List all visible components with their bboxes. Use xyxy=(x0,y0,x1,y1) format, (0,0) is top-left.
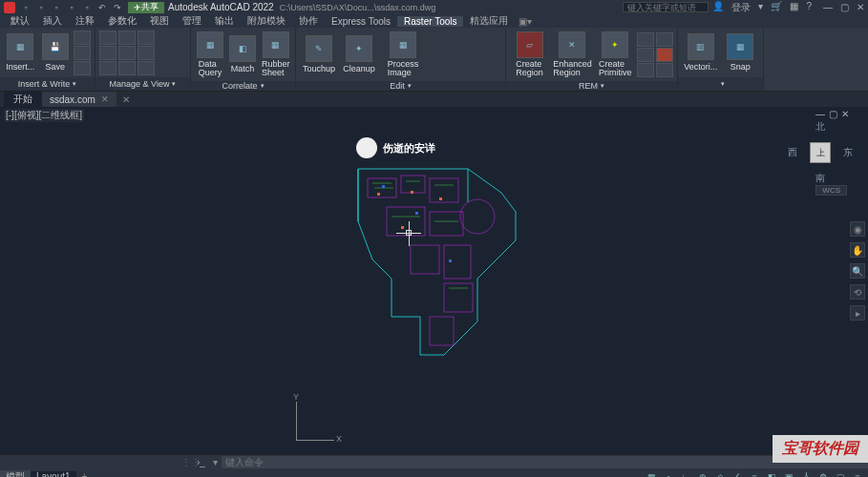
share-button[interactable]: ✈ 共享 xyxy=(128,2,164,13)
save-icon[interactable]: ▫ xyxy=(50,2,63,13)
tab-close-icon[interactable]: ✕ xyxy=(101,94,109,104)
ortho-toggle-icon[interactable]: ∟ xyxy=(679,471,692,478)
open-icon[interactable]: ▫ xyxy=(34,2,48,13)
wcs-label[interactable]: WCS xyxy=(815,185,847,196)
process-image-button[interactable]: ▦Process Image xyxy=(380,30,426,79)
user-icon[interactable]: 👤 xyxy=(712,1,724,14)
redo-icon[interactable]: ↷ xyxy=(111,2,124,13)
app-switcher-icon[interactable]: ▦ xyxy=(790,1,798,14)
tab-manage[interactable]: 管理 xyxy=(176,14,208,28)
small-btn-11[interactable] xyxy=(138,46,155,60)
snap-button[interactable]: ▦Snap xyxy=(722,31,760,73)
otrack-toggle-icon[interactable]: ∠ xyxy=(730,471,744,478)
viewport-max-icon[interactable]: ▢ xyxy=(829,109,837,119)
polar-toggle-icon[interactable]: ⊕ xyxy=(696,471,709,478)
new-icon[interactable]: ▫ xyxy=(19,2,32,13)
undo-icon[interactable]: ↶ xyxy=(95,2,109,13)
small-btn-4[interactable] xyxy=(99,31,116,45)
create-primitive-button[interactable]: ✦Create Primitive xyxy=(596,30,635,79)
snap-toggle-icon[interactable]: ▫ xyxy=(662,471,675,478)
tab-raster[interactable]: Raster Tools xyxy=(397,16,463,27)
viewport-close-icon[interactable]: ✕ xyxy=(841,109,849,119)
document-tab[interactable]: ssdax.com✕ xyxy=(42,92,116,107)
viewcube-west[interactable]: 西 xyxy=(788,146,797,159)
small-btn-7[interactable] xyxy=(118,31,136,45)
drawing-area[interactable]: [-][俯视][二维线框] — ▢ ✕ 伤逝的安详 xyxy=(0,107,868,454)
clean-screen-icon[interactable]: ▢ xyxy=(834,471,847,478)
minimize-icon[interactable]: — xyxy=(823,2,833,12)
small-rem-1[interactable] xyxy=(637,32,654,47)
nav-orbit-icon[interactable]: ⟲ xyxy=(850,284,865,300)
small-rem-6[interactable] xyxy=(656,63,673,77)
add-layout-icon[interactable]: + xyxy=(76,471,94,477)
model-tab[interactable]: 模型 xyxy=(0,470,31,478)
start-tab[interactable]: 开始 xyxy=(4,92,42,107)
data-query-button[interactable]: ▦Data Query xyxy=(195,30,225,79)
tab-insert[interactable]: 插入 xyxy=(36,14,69,28)
insert-button[interactable]: ▦Insert... xyxy=(4,31,37,73)
annotation-icon[interactable]: 人 xyxy=(799,471,813,478)
tab-express[interactable]: Express Tools xyxy=(325,16,397,27)
saveas-icon[interactable]: ▫ xyxy=(65,2,78,13)
close-icon[interactable]: ✕ xyxy=(857,2,864,12)
login-label[interactable]: 登录 xyxy=(731,1,751,14)
small-btn-12[interactable] xyxy=(138,61,155,75)
nav-showmotion-icon[interactable]: ▸ xyxy=(850,305,865,321)
nav-zoom-icon[interactable]: 🔍 xyxy=(850,263,865,279)
cmdline-grip-icon[interactable]: ⋮⋮ xyxy=(181,457,193,467)
maximize-icon[interactable]: ▢ xyxy=(840,2,849,12)
viewcube-south[interactable]: 南 xyxy=(815,172,825,185)
customize-icon[interactable]: ≡ xyxy=(851,471,864,478)
tab-view[interactable]: 视图 xyxy=(143,14,176,28)
nav-wheel-icon[interactable]: ◉ xyxy=(850,221,865,237)
dropdown-icon[interactable]: ▾ xyxy=(758,1,763,14)
small-btn-9[interactable] xyxy=(118,61,136,75)
print-icon[interactable]: ▫ xyxy=(80,2,94,13)
viewcube-north[interactable]: 北 xyxy=(815,120,825,134)
tab-featured[interactable]: 精选应用 xyxy=(463,14,515,28)
tab-collaborate[interactable]: 协作 xyxy=(292,14,325,28)
app-logo[interactable] xyxy=(4,2,15,13)
small-btn-5[interactable] xyxy=(99,46,116,60)
tab-default[interactable]: 默认 xyxy=(4,14,36,28)
small-rem-4[interactable] xyxy=(656,32,673,47)
tab-annotate[interactable]: 注释 xyxy=(69,14,101,28)
vectorize-button[interactable]: ▥Vectori... xyxy=(682,31,720,73)
lineweight-toggle-icon[interactable]: ≡ xyxy=(748,471,761,478)
small-btn-10[interactable] xyxy=(138,31,155,45)
grid-toggle-icon[interactable]: ▦ xyxy=(645,471,658,478)
rubber-sheet-button[interactable]: ▦Rubber Sheet xyxy=(260,30,292,79)
cart-icon[interactable]: 🛒 xyxy=(771,1,782,14)
osnap-toggle-icon[interactable]: ◇ xyxy=(713,471,727,478)
small-btn-6[interactable] xyxy=(99,61,116,75)
tab-output[interactable]: 输出 xyxy=(208,14,241,28)
panel-label[interactable]: Insert & Write xyxy=(0,77,95,91)
command-input[interactable] xyxy=(222,456,868,468)
search-input[interactable] xyxy=(623,2,709,12)
viewcube-top[interactable]: 上 xyxy=(810,142,831,163)
cmdline-recent-icon[interactable]: ▾ xyxy=(213,457,218,467)
selection-cycling-icon[interactable]: ▣ xyxy=(782,471,795,478)
transparency-toggle-icon[interactable]: ◧ xyxy=(765,471,778,478)
nav-pan-icon[interactable]: ✋ xyxy=(850,242,865,258)
create-region-button[interactable]: ▱Create Region xyxy=(510,30,549,79)
small-rem-5[interactable] xyxy=(656,48,673,62)
small-btn-1[interactable] xyxy=(74,31,91,45)
small-btn-8[interactable] xyxy=(118,46,136,60)
small-rem-2[interactable] xyxy=(637,48,654,62)
save-button[interactable]: 💾Save xyxy=(39,31,73,73)
tab-addins[interactable]: 附加模块 xyxy=(241,14,292,28)
viewcube-east[interactable]: 东 xyxy=(843,146,853,159)
touchup-button[interactable]: ✎Touchup xyxy=(300,33,338,75)
match-button[interactable]: ◧Match xyxy=(227,33,258,75)
layout1-tab[interactable]: Layout1 xyxy=(31,471,76,477)
tab-overflow-icon[interactable]: ▣▾ xyxy=(515,16,536,27)
help-icon[interactable]: ? xyxy=(806,1,812,14)
view-label[interactable]: [-][俯视][二维线框] xyxy=(4,109,84,122)
small-rem-3[interactable] xyxy=(637,63,654,77)
cleanup-button[interactable]: ✦Cleanup xyxy=(340,33,378,75)
enhanced-region-button[interactable]: ✕Enhanced Region xyxy=(551,30,594,79)
new-tab-icon[interactable]: ✕ xyxy=(116,94,136,105)
workspace-icon[interactable]: ⚙ xyxy=(816,471,830,478)
small-btn-2[interactable] xyxy=(74,46,91,60)
